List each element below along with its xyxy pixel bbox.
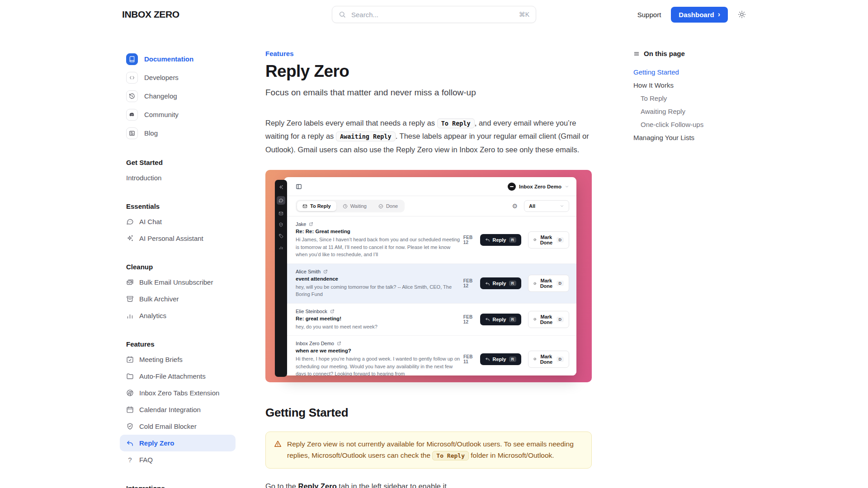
check-circle-icon <box>533 317 536 322</box>
demo-tab-to-reply: To Reply <box>297 201 336 211</box>
sidebar: Documentation Developers Changelog Commu… <box>120 50 236 488</box>
search-shortcut: ⌘K <box>519 11 529 18</box>
sidebar-item-developers[interactable]: Developers <box>120 68 236 87</box>
demo-segmented-control: To Reply Waiting Done <box>296 200 405 212</box>
reply-icon <box>485 317 490 322</box>
archive-icon <box>126 295 134 303</box>
mark-done-button: Mark DoneD <box>528 275 569 292</box>
sidebar-section-cleanup: Cleanup Bulk Email Unsubscriber Bulk Arc… <box>120 260 236 324</box>
sidebar-item-auto-file-attachments[interactable]: Auto-File Attachments <box>120 368 236 385</box>
toc-item-awaiting-reply[interactable]: Awaiting Reply <box>633 105 742 118</box>
toc-item-one-click-follow-ups[interactable]: One-click Follow-ups <box>633 118 742 131</box>
sidebar-item-calendar-integration[interactable]: Calendar Integration <box>120 401 236 418</box>
product-screenshot: Inbox Zero Demo To Reply Waiting <box>265 170 592 382</box>
on-this-page: On this page Getting Started How It Work… <box>633 50 742 488</box>
discord-icon <box>126 109 138 121</box>
reply-button: ReplyR <box>480 314 521 325</box>
chevron-right-icon: › <box>718 11 720 18</box>
inline-code-to-reply: To Reply <box>437 118 475 128</box>
chat-icon <box>277 196 285 205</box>
chevron-down-icon <box>565 184 569 189</box>
sidebar-item-documentation[interactable]: Documentation <box>120 50 236 68</box>
support-link[interactable]: Support <box>637 11 661 19</box>
calendar-icon <box>126 406 134 413</box>
avatar <box>508 183 516 191</box>
toc-item-getting-started[interactable]: Getting Started <box>633 66 742 79</box>
external-link-icon <box>330 309 335 314</box>
mail-icon <box>302 204 307 209</box>
sidebar-item-changelog[interactable]: Changelog <box>120 87 236 105</box>
shield-check-icon <box>126 422 134 430</box>
warning-text: Reply Zero view is not currently availab… <box>287 439 583 461</box>
chart-icon <box>278 245 283 250</box>
outro-paragraph: Go to the Reply Zero tab in the left sid… <box>265 482 592 488</box>
demo-tab-waiting: Waiting <box>337 201 372 211</box>
mark-done-button: Mark DoneD <box>528 311 569 328</box>
reply-button: ReplyR <box>480 277 521 289</box>
chat-icon <box>126 218 134 225</box>
page-body: Documentation Developers Changelog Commu… <box>120 29 748 488</box>
email-row: Elie Steinbock Re: great meeting! hey, d… <box>284 304 576 336</box>
search-icon <box>339 11 346 18</box>
sidebar-item-ai-personal-assistant[interactable]: AI Personal Assistant <box>120 230 236 247</box>
sidebar-item-faq[interactable]: ? FAQ <box>120 451 236 468</box>
mail-stack-icon <box>126 278 134 286</box>
toc-item-managing-your-lists[interactable]: Managing Your Lists <box>633 131 742 144</box>
demo-tabs-row: To Reply Waiting Done ⚙ <box>284 196 576 216</box>
panel-toggle-icon <box>296 183 302 190</box>
reply-zero-link[interactable]: Reply Zero <box>298 482 336 488</box>
sidebar-section-get-started: Get Started Introduction <box>120 155 236 186</box>
mail-icon <box>278 211 283 216</box>
reply-button: ReplyR <box>480 353 521 365</box>
tag-icon <box>278 234 283 239</box>
mark-done-button: Mark DoneD <box>528 231 569 249</box>
inline-code-to-reply: To Reply <box>432 451 469 460</box>
toc-item-to-reply[interactable]: To Reply <box>633 92 742 105</box>
external-link-icon <box>337 341 341 346</box>
chrome-icon <box>126 389 134 397</box>
sidebar-item-community[interactable]: Community <box>120 105 236 124</box>
sidebar-item-meeting-briefs[interactable]: Meeting Briefs <box>120 351 236 368</box>
sidebar-item-blog[interactable]: Blog <box>120 124 236 142</box>
sidebar-item-bulk-email-unsubscriber[interactable]: Bulk Email Unsubscriber <box>120 274 236 291</box>
sidebar-item-reply-zero[interactable]: Reply Zero <box>120 435 236 451</box>
sidebar-item-analytics[interactable]: Analytics <box>120 307 236 324</box>
external-link-icon <box>323 269 328 274</box>
section-title: Essentials <box>120 199 236 213</box>
demo-account-menu: Inbox Zero Demo <box>508 183 569 191</box>
demo-topbar: Inbox Zero Demo <box>284 177 576 196</box>
search-input[interactable] <box>350 10 514 19</box>
intro-paragraph: Reply Zero labels every email that needs… <box>265 117 592 156</box>
breadcrumb-category[interactable]: Features <box>265 50 592 57</box>
section-title: Cleanup <box>120 260 236 274</box>
sidebar-section-features: Features Meeting Briefs Auto-File Attach… <box>120 337 236 468</box>
check-circle-icon <box>378 204 383 209</box>
sidebar-item-cold-email-blocker[interactable]: Cold Email Blocker <box>120 418 236 435</box>
warning-icon <box>274 440 282 448</box>
article: Features Reply Zero Focus on emails that… <box>265 50 592 488</box>
code-icon <box>126 72 138 84</box>
toc-item-how-it-works[interactable]: How It Works <box>633 79 742 92</box>
sidebar-item-tabs-extension[interactable]: Inbox Zero Tabs Extension <box>120 385 236 401</box>
sidebar-item-bulk-archiver[interactable]: Bulk Archiver <box>120 291 236 307</box>
sparkles-icon <box>126 235 134 242</box>
shield-icon <box>278 222 283 227</box>
page-subtitle: Focus on emails that matter and never mi… <box>265 88 592 98</box>
page-title: Reply Zero <box>265 62 592 81</box>
logo[interactable]: INBOX ZERO <box>122 9 179 20</box>
reply-icon <box>485 237 490 242</box>
reply-icon <box>485 281 490 286</box>
clock-icon <box>343 204 348 209</box>
sidebar-item-ai-chat[interactable]: AI Chat <box>120 213 236 230</box>
dashboard-button[interactable]: Dashboard › <box>671 7 728 23</box>
external-link-icon <box>309 222 313 226</box>
demo-tab-done: Done <box>373 201 403 211</box>
section-title: Get Started <box>120 155 236 169</box>
sidebar-item-introduction[interactable]: Introduction <box>120 169 236 186</box>
theme-toggle[interactable] <box>738 10 746 19</box>
question-icon: ? <box>126 456 134 464</box>
gear-icon: ⚙ <box>512 203 518 209</box>
bar-chart-icon <box>126 312 134 319</box>
top-header: INBOX ZERO ⌘K Support Dashboard › <box>0 0 868 29</box>
search-bar[interactable]: ⌘K <box>332 6 536 23</box>
